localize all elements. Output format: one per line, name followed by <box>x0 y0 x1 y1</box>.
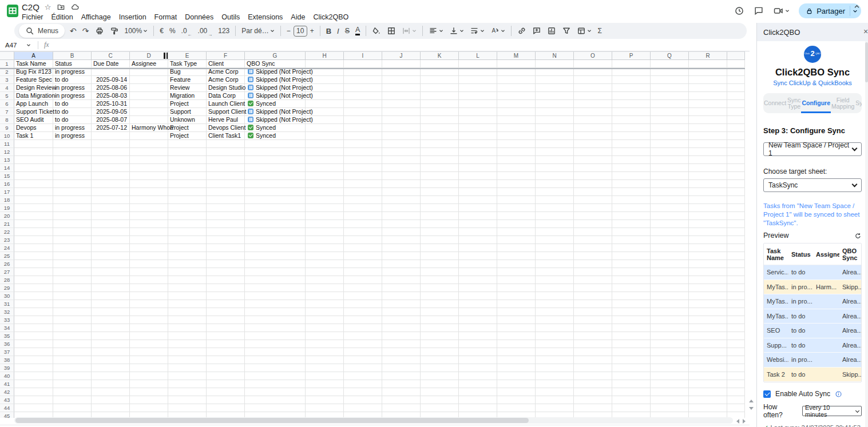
cell-I20[interactable] <box>344 212 382 220</box>
cell-K1[interactable] <box>421 60 459 68</box>
cell-L26[interactable] <box>459 260 497 268</box>
cell-G9[interactable]: Synced <box>245 124 306 132</box>
cell-N7[interactable] <box>536 108 574 116</box>
cell-Q34[interactable] <box>651 324 689 332</box>
cell-B41[interactable] <box>53 380 92 388</box>
cell-Q23[interactable] <box>651 236 689 244</box>
cell-N22[interactable] <box>536 228 574 236</box>
cell-Q22[interactable] <box>651 228 689 236</box>
cell-N33[interactable] <box>536 316 574 324</box>
cell-D43[interactable] <box>130 396 168 404</box>
column-header-p[interactable]: P <box>612 51 651 60</box>
menu-aide[interactable]: Aide <box>287 13 309 22</box>
cell-E41[interactable] <box>168 380 207 388</box>
target-sheet-select[interactable]: TaskSync <box>763 178 862 192</box>
cell-P20[interactable] <box>612 212 651 220</box>
cell-A37[interactable] <box>14 348 53 356</box>
column-header-d[interactable]: D <box>130 51 168 60</box>
cell-A19[interactable] <box>14 204 53 212</box>
cell-K42[interactable] <box>421 388 459 396</box>
row-header-36[interactable]: 36 <box>0 340 14 348</box>
cell-K17[interactable] <box>421 188 459 196</box>
row-header-17[interactable]: 17 <box>0 188 14 196</box>
cell-J43[interactable] <box>382 396 421 404</box>
cell-M35[interactable] <box>497 332 536 340</box>
cell-G25[interactable] <box>245 252 306 260</box>
row-header-41[interactable]: 41 <box>0 380 14 388</box>
cell-Q15[interactable] <box>651 172 689 180</box>
cell-A38[interactable] <box>14 356 53 364</box>
row-header-1[interactable]: 1 <box>0 60 14 68</box>
cell-M30[interactable] <box>497 292 536 300</box>
row-header-26[interactable]: 26 <box>0 260 14 268</box>
cell-J34[interactable] <box>382 324 421 332</box>
cell-H42[interactable] <box>306 388 344 396</box>
cell-L30[interactable] <box>459 292 497 300</box>
cell-Q1[interactable] <box>651 60 689 68</box>
cell-C30[interactable] <box>92 292 130 300</box>
row-header-32[interactable]: 32 <box>0 308 14 316</box>
cell-B4[interactable]: in progress <box>53 84 92 92</box>
cell-H19[interactable] <box>306 204 344 212</box>
cell-G12[interactable] <box>245 148 306 156</box>
cell-E25[interactable] <box>168 252 207 260</box>
column-header-q[interactable]: Q <box>651 51 689 60</box>
cell-I42[interactable] <box>344 388 382 396</box>
cell-I41[interactable] <box>344 380 382 388</box>
cell-G2[interactable]: Skipped (Not Project) <box>245 68 306 76</box>
cell-C5[interactable]: 2025-08-03 <box>92 92 130 100</box>
cell-I25[interactable] <box>344 252 382 260</box>
cell-C2[interactable] <box>92 68 130 76</box>
cell-O44[interactable] <box>574 404 612 412</box>
font-select[interactable]: Par dé… <box>239 24 277 38</box>
cell-B27[interactable] <box>53 268 92 276</box>
cell-G10[interactable]: Synced <box>245 132 306 140</box>
cell-N40[interactable] <box>536 372 574 380</box>
cell-Q14[interactable] <box>651 164 689 172</box>
merge-cells-button[interactable] <box>399 24 419 38</box>
cell-G18[interactable] <box>245 196 306 204</box>
cell-G3[interactable]: Skipped (Not Project) <box>245 76 306 84</box>
cell-P2[interactable] <box>612 68 651 76</box>
cell-O1[interactable] <box>574 60 612 68</box>
cell-N23[interactable] <box>536 236 574 244</box>
cell-Q44[interactable] <box>651 404 689 412</box>
cell-Q11[interactable] <box>651 140 689 148</box>
cell-O20[interactable] <box>574 212 612 220</box>
row-header-16[interactable]: 16 <box>0 180 14 188</box>
cell-I32[interactable] <box>344 308 382 316</box>
cell-B19[interactable] <box>53 204 92 212</box>
present-to-meet-button[interactable] <box>773 6 790 16</box>
cell-R18[interactable] <box>689 196 727 204</box>
cell-J3[interactable] <box>382 76 421 84</box>
cell-G39[interactable] <box>245 364 306 372</box>
cell-P43[interactable] <box>612 396 651 404</box>
cell-A11[interactable] <box>14 140 53 148</box>
cell-N44[interactable] <box>536 404 574 412</box>
cell-P28[interactable] <box>612 276 651 284</box>
cell-L18[interactable] <box>459 196 497 204</box>
cell-I23[interactable] <box>344 236 382 244</box>
column-header-g[interactable]: G <box>245 51 306 60</box>
cell-B8[interactable]: to do <box>53 116 92 124</box>
cell-H28[interactable] <box>306 276 344 284</box>
cell-partial-8[interactable] <box>727 116 745 124</box>
cell-M23[interactable] <box>497 236 536 244</box>
preview-row-8[interactable]: Task 2to doSkipp... <box>764 368 861 382</box>
cell-G30[interactable] <box>245 292 306 300</box>
cell-L6[interactable] <box>459 100 497 108</box>
cell-K5[interactable] <box>421 92 459 100</box>
cell-O15[interactable] <box>574 172 612 180</box>
cell-G37[interactable] <box>245 348 306 356</box>
cell-C41[interactable] <box>92 380 130 388</box>
cell-D28[interactable] <box>130 276 168 284</box>
cell-K33[interactable] <box>421 316 459 324</box>
row-header-31[interactable]: 31 <box>0 300 14 308</box>
cell-K22[interactable] <box>421 228 459 236</box>
cell-R19[interactable] <box>689 204 727 212</box>
cell-partial-33[interactable] <box>727 316 745 324</box>
cell-N8[interactable] <box>536 116 574 124</box>
cell-C6[interactable]: 2025-10-31 <box>92 100 130 108</box>
cell-L5[interactable] <box>459 92 497 100</box>
cell-partial-14[interactable] <box>727 164 745 172</box>
